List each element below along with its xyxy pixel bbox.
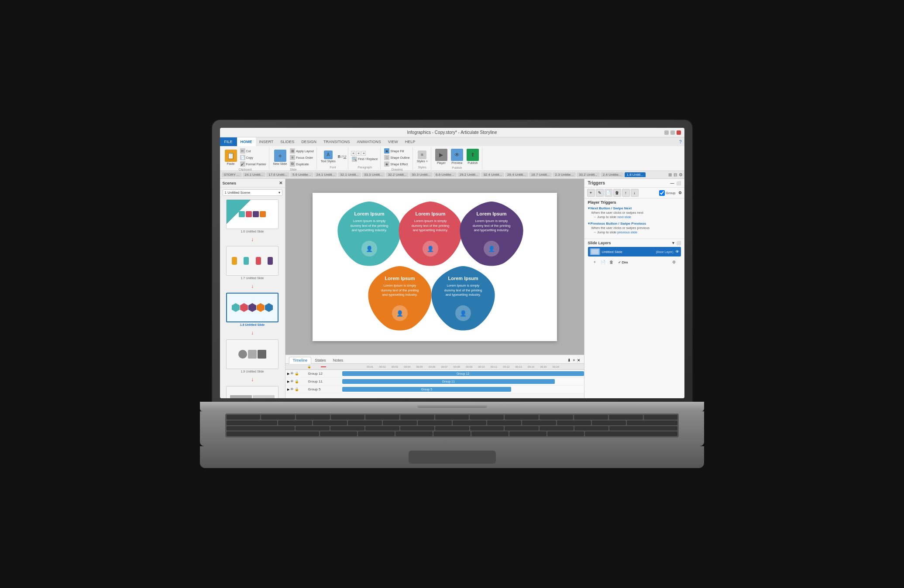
- align-right-button[interactable]: ≡: [361, 151, 366, 156]
- italic-button[interactable]: I: [341, 154, 343, 159]
- layer-settings-button[interactable]: ⚙: [670, 259, 677, 266]
- tab-help[interactable]: HELP: [402, 137, 419, 146]
- align-center-button[interactable]: ≡: [356, 151, 361, 156]
- slide-thumb-17[interactable]: [226, 246, 278, 276]
- tab-home[interactable]: HOME: [237, 137, 256, 146]
- track-bar-group12[interactable]: Group 12: [342, 371, 584, 376]
- timeline-settings-icon[interactable]: +: [573, 358, 575, 362]
- scenes-collapse-icon[interactable]: ✕: [279, 181, 282, 185]
- timeline-expand-icon[interactable]: ⬇: [567, 358, 571, 362]
- triggers-edit-button[interactable]: ✎: [596, 189, 604, 197]
- copy-button[interactable]: 📄 Copy: [239, 154, 267, 161]
- track-expand-group5[interactable]: ▶: [287, 388, 289, 391]
- tab-timeline[interactable]: Timeline: [289, 357, 312, 364]
- track-bar-group11[interactable]: Group 11: [342, 379, 555, 384]
- slide-thumb-16[interactable]: [226, 199, 278, 229]
- tab-view[interactable]: VIEW: [385, 137, 402, 146]
- layer-copy-button[interactable]: 📄: [600, 259, 607, 266]
- triggers-add-button[interactable]: +: [587, 189, 595, 197]
- slide-tab-active[interactable]: 1.8 Untitl...: [625, 172, 646, 177]
- slide-tab-4[interactable]: 24.1 Untitl...: [314, 172, 337, 177]
- layer-delete-button[interactable]: 🗑: [608, 259, 615, 266]
- triggers-delete-button[interactable]: 🗑: [613, 189, 621, 197]
- new-slide-button[interactable]: + New Slide: [272, 149, 289, 166]
- slide-tab-16[interactable]: 2.4 Untitle...: [601, 172, 624, 177]
- track-expand-group12[interactable]: ▶: [287, 372, 289, 376]
- slide-layers-expand-icon[interactable]: ⬜: [676, 241, 681, 245]
- align-left-button[interactable]: ≡: [351, 151, 355, 156]
- timeline-close-icon[interactable]: ✕: [577, 358, 581, 362]
- track-eye-group5[interactable]: 👁: [290, 387, 294, 391]
- tab-slides[interactable]: SLIDES: [277, 137, 298, 146]
- minimize-button[interactable]: [664, 130, 669, 135]
- track-lock-group11[interactable]: 🔒: [295, 379, 299, 383]
- slide-tab-5[interactable]: 32.1 Untitl...: [338, 172, 361, 177]
- triggers-expand-icon[interactable]: ⬜: [676, 181, 681, 185]
- slide-thumb-19[interactable]: [226, 339, 278, 369]
- styles-button[interactable]: ≡ Styles =: [416, 150, 429, 164]
- slide-tab-12[interactable]: 29.4 Untitl...: [505, 172, 528, 177]
- triggers-collapse-icon[interactable]: —: [670, 181, 674, 185]
- format-painter-button[interactable]: 🖌 Format Painter: [239, 161, 267, 167]
- normal-view-icon[interactable]: ⊞: [668, 172, 672, 177]
- settings-icon[interactable]: ⚙: [679, 172, 683, 177]
- slide-layers-collapse-icon[interactable]: ▾: [672, 241, 674, 245]
- layer-dim-check[interactable]: ✓: [618, 260, 621, 264]
- slide-tab-3[interactable]: 5.9 Untitle...: [290, 172, 313, 177]
- tab-animations[interactable]: ANIMATIONS: [353, 137, 384, 146]
- scene-selector[interactable]: 1 Untitled Scene ▾: [223, 189, 282, 196]
- tab-file[interactable]: FILE: [220, 137, 237, 146]
- trigger-action-prev-link[interactable]: previous slide: [617, 230, 637, 234]
- track-eye-group12[interactable]: 👁: [290, 372, 294, 376]
- paste-button[interactable]: 📋 Paste: [223, 149, 238, 166]
- slide-tab-9[interactable]: 6.6 Untitle...: [433, 172, 457, 177]
- slide-tab-15[interactable]: 33.2 Untitl...: [577, 172, 600, 177]
- triggers-settings-icon[interactable]: ⚙: [678, 191, 682, 195]
- track-lock-group12[interactable]: 🔒: [295, 372, 299, 376]
- publish-button[interactable]: ⬆ Publish: [465, 148, 480, 165]
- trackpad[interactable]: [409, 451, 496, 464]
- track-eye-group11[interactable]: 👁: [290, 379, 294, 383]
- focus-order-button[interactable]: ≡ Focus Order: [289, 154, 314, 161]
- player-button[interactable]: ▶ Player: [434, 148, 449, 165]
- slide-tab-11[interactable]: 32.4 Untitl...: [481, 172, 504, 177]
- triggers-up-button[interactable]: ↑: [622, 189, 630, 197]
- duplicate-button[interactable]: ⧉ Duplicate: [289, 161, 314, 167]
- slide-tab-13[interactable]: 16.7 Untitl...: [529, 172, 552, 177]
- tab-insert[interactable]: INSERT: [256, 137, 277, 146]
- slide-tab-10[interactable]: 29.2 Untitl...: [457, 172, 481, 177]
- timeline-lock-icon[interactable]: 🔒: [307, 365, 311, 369]
- slide-thumb-18[interactable]: [226, 293, 278, 322]
- layer-add-button[interactable]: +: [591, 259, 598, 266]
- slide-thumb-110[interactable]: [226, 386, 278, 398]
- slide-tab-8[interactable]: 30.3 Untitl...: [409, 172, 433, 177]
- slide-tab-story[interactable]: STORY ...: [222, 172, 242, 177]
- slide-tab-2[interactable]: 17.6 Untitl...: [266, 172, 289, 177]
- slide-tab-14[interactable]: 2.3 Untitle...: [553, 172, 576, 177]
- slide-canvas[interactable]: Lorem Ipsum Lorem Ipsum is simply dummy …: [285, 179, 584, 355]
- tab-design[interactable]: DESIGN: [298, 137, 320, 146]
- close-button[interactable]: [677, 130, 681, 135]
- bold-button[interactable]: B: [338, 154, 341, 159]
- cut-button[interactable]: ✂ Cut: [239, 148, 267, 154]
- apply-layout-button[interactable]: ⊞ Apply Layout: [289, 148, 314, 154]
- trigger-action-next-link[interactable]: next slide: [617, 215, 631, 219]
- find-replace-button[interactable]: 🔍 Find / Replace: [351, 156, 378, 162]
- track-lock-group5[interactable]: 🔒: [295, 387, 299, 391]
- triggers-down-button[interactable]: ↓: [631, 189, 639, 197]
- triggers-copy-button[interactable]: 📄: [605, 189, 612, 197]
- tab-transitions[interactable]: TRANSITIONS: [320, 137, 354, 146]
- shape-effect-button[interactable]: ◈ Shape Effect: [383, 161, 410, 167]
- slide-tab-6[interactable]: 33.3 Untitl...: [362, 172, 385, 177]
- slide-tab-7[interactable]: 32.2 Untitl...: [386, 172, 409, 177]
- track-bar-group5[interactable]: Group 5: [342, 387, 512, 392]
- preview-button[interactable]: 👁 Preview: [450, 148, 464, 165]
- track-expand-group11[interactable]: ▶: [287, 380, 289, 383]
- tab-states[interactable]: States: [311, 357, 330, 363]
- layer-item-base[interactable]: Untitled Slide (Base Layer) 👁: [588, 247, 681, 256]
- shape-outline-button[interactable]: □ Shape Outline: [383, 154, 410, 161]
- underline-button[interactable]: U: [344, 154, 347, 159]
- text-styles-button[interactable]: A Text Styles: [320, 150, 337, 164]
- slide-sorter-icon[interactable]: ⊟: [674, 172, 677, 177]
- help-icon[interactable]: ?: [677, 140, 684, 144]
